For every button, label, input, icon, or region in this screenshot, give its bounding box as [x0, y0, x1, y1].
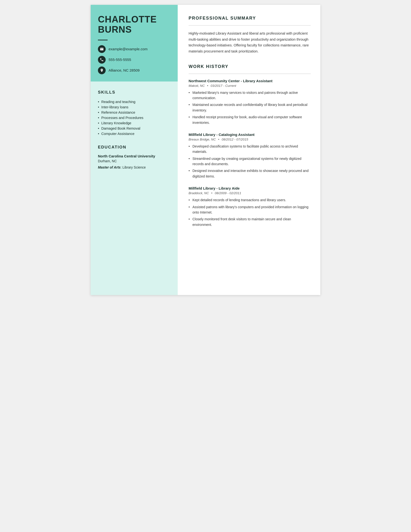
- skill-item: Literary Knowledge: [98, 120, 170, 126]
- summary-text: Highly-motivated Library Assistant and l…: [188, 30, 311, 54]
- name-line2: BURNS: [98, 24, 132, 35]
- work-title: Millfield Library - Library Aide: [188, 186, 311, 190]
- work-bullet: Kept detailed records of lending transac…: [188, 197, 311, 203]
- name-divider: [98, 40, 108, 40]
- skills-heading: SKILLS: [98, 90, 170, 95]
- email-text: example@example.com: [109, 47, 148, 51]
- edu-degree: Master of Arts: Library Science: [98, 165, 170, 169]
- edu-institution: North Carolina Central University: [98, 154, 170, 158]
- email-icon: [98, 45, 106, 53]
- education-section: EDUCATION North Carolina Central Univers…: [98, 145, 170, 169]
- work-section: WORK HISTORY Northwest Community Center …: [188, 64, 311, 228]
- skill-item: Damaged Book Removal: [98, 126, 170, 131]
- skill-item: Reference Assistance: [98, 110, 170, 115]
- resume-container: CHARLOTTE BURNS example@example.com 555-…: [91, 5, 320, 295]
- skill-item: Inter-library loans: [98, 104, 170, 110]
- work-divider: [188, 74, 311, 74]
- summary-heading: PROFESSIONAL SUMMARY: [188, 16, 311, 21]
- skills-section: SKILLS Reading and teachingInter-library…: [98, 90, 170, 136]
- work-location-date: Braddock, NC • 08/2009 - 02/2011: [188, 191, 311, 195]
- left-column: CHARLOTTE BURNS example@example.com 555-…: [91, 5, 178, 295]
- summary-divider: [188, 25, 311, 26]
- work-bullet: Developed classification systems to faci…: [188, 144, 311, 154]
- header-section: CHARLOTTE BURNS example@example.com 555-…: [91, 5, 178, 82]
- skill-item: Reading and teaching: [98, 99, 170, 104]
- education-heading: EDUCATION: [98, 145, 170, 150]
- work-entry: Northwest Community Center - Library Ass…: [188, 79, 311, 125]
- work-title: Millfield Library - Cataloging Assistant: [188, 133, 311, 137]
- work-bullet: Closely monitored front desk visitors to…: [188, 216, 311, 227]
- work-bullet: Designed innovative and interactive exhi…: [188, 168, 311, 179]
- work-title: Northwest Community Center - Library Ass…: [188, 79, 311, 83]
- skills-list: Reading and teachingInter-library loansR…: [98, 99, 170, 136]
- location-text: Alliance, NC 28509: [109, 68, 140, 72]
- work-bullets: Kept detailed records of lending transac…: [188, 197, 311, 227]
- work-bullets: Marketed library's many services to visi…: [188, 90, 311, 125]
- edu-degree-label: Master of Arts: [98, 165, 121, 169]
- skill-item: Computer Assistance: [98, 131, 170, 136]
- location-contact: Alliance, NC 28509: [98, 66, 170, 74]
- work-bullet: Handled receipt processing for book, aud…: [188, 114, 311, 125]
- name-line1: CHARLOTTE: [98, 14, 157, 24]
- email-contact: example@example.com: [98, 45, 170, 53]
- work-bullet: Streamlined usage by creating organizati…: [188, 156, 311, 167]
- summary-section: PROFESSIONAL SUMMARY Highly-motivated Li…: [188, 16, 311, 54]
- location-icon: [98, 66, 106, 74]
- phone-text: 555-555-5555: [109, 57, 131, 62]
- work-entry: Millfield Library - Cataloging Assistant…: [188, 133, 311, 179]
- left-lower-section: SKILLS Reading and teachingInter-library…: [91, 82, 178, 295]
- work-entry: Millfield Library - Library AideBraddock…: [188, 186, 311, 227]
- contact-list: example@example.com 555-555-5555 Allianc…: [98, 45, 170, 74]
- skill-item: Processes and Procedures: [98, 115, 170, 120]
- edu-location: Durham, NC: [98, 159, 170, 163]
- work-bullet: Marketed library's many services to visi…: [188, 90, 311, 101]
- right-column: PROFESSIONAL SUMMARY Highly-motivated Li…: [178, 5, 320, 295]
- work-heading: WORK HISTORY: [188, 64, 311, 69]
- person-name: CHARLOTTE BURNS: [98, 15, 170, 35]
- phone-contact: 555-555-5555: [98, 56, 170, 64]
- work-bullets: Developed classification systems to faci…: [188, 144, 311, 179]
- work-bullet: Maintained accurate records and confiden…: [188, 102, 311, 113]
- work-entries-container: Northwest Community Center - Library Ass…: [188, 79, 311, 228]
- phone-icon: [98, 56, 106, 64]
- work-location-date: Makoti, NC • 03/2017 - Current: [188, 84, 311, 87]
- work-bullet: Assisted patrons with library's computer…: [188, 204, 311, 215]
- work-location-date: Breaux Bridge, NC • 08/2012 - 07/2015: [188, 138, 311, 141]
- edu-degree-field: : Library Science: [121, 165, 146, 169]
